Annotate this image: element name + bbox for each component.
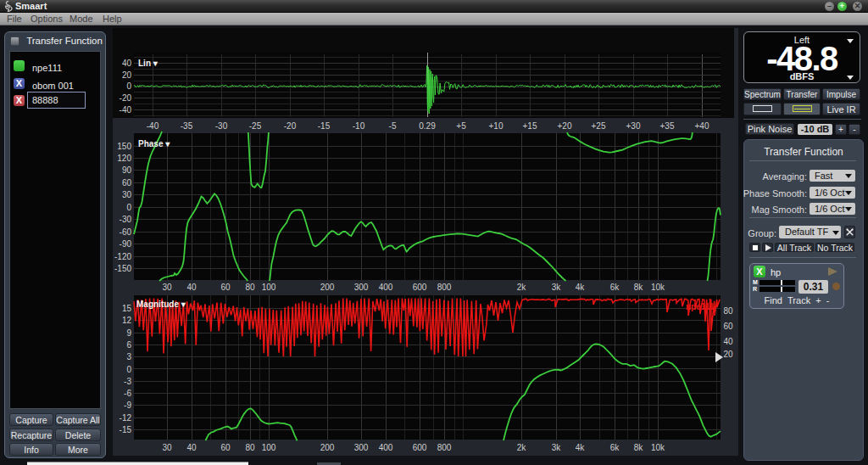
- svg-text:npe111: npe111: [686, 302, 715, 311]
